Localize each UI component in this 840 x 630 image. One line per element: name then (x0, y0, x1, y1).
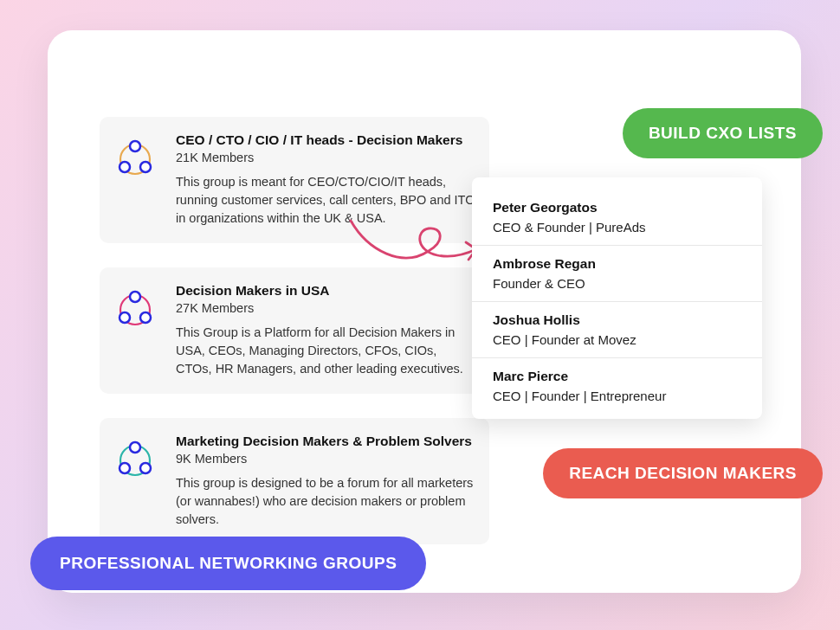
person-name: Marc Pierce (493, 369, 741, 384)
svg-point-11 (140, 463, 151, 473)
group-title: Decision Makers in USA (176, 283, 475, 299)
person-item[interactable]: Marc Pierce CEO | Founder | Entrepreneur (472, 358, 762, 414)
group-title: CEO / CTO / CIO / IT heads - Decision Ma… (176, 132, 475, 148)
reach-decision-button[interactable]: REACH DECISION MAKERS (543, 448, 823, 498)
groups-list: CEO / CTO / CIO / IT heads - Decision Ma… (100, 117, 489, 544)
svg-point-10 (120, 463, 130, 473)
group-item[interactable]: Decision Makers in USA 27K Members This … (100, 267, 489, 394)
svg-point-7 (140, 312, 151, 323)
person-title: Founder & CEO (493, 276, 741, 291)
group-members: 21K Members (176, 151, 475, 164)
build-cxo-button[interactable]: BUILD CXO LISTS (623, 108, 823, 158)
group-icon (113, 437, 157, 480)
person-item[interactable]: Peter Georgatos CEO & Founder | PureAds (472, 190, 762, 246)
group-icon (113, 136, 157, 179)
group-members: 9K Members (176, 452, 475, 466)
svg-point-9 (130, 442, 140, 453)
group-text: Marketing Decision Makers & Problem Solv… (176, 434, 475, 529)
person-title: CEO & Founder | PureAds (493, 220, 741, 235)
person-title: CEO | Founder at Movez (493, 332, 741, 347)
svg-point-3 (140, 162, 151, 172)
group-item[interactable]: CEO / CTO / CIO / IT heads - Decision Ma… (100, 117, 489, 243)
group-description: This group is meant for CEO/CTO/CIO/IT h… (176, 173, 475, 228)
person-name: Ambrose Regan (493, 256, 741, 272)
svg-point-5 (130, 292, 140, 302)
group-text: Decision Makers in USA 27K Members This … (176, 283, 475, 378)
group-item[interactable]: Marketing Decision Makers & Problem Solv… (100, 418, 489, 544)
group-title: Marketing Decision Makers & Problem Solv… (176, 434, 475, 449)
svg-point-2 (120, 162, 130, 172)
group-icon (113, 286, 157, 330)
person-name: Peter Georgatos (493, 200, 741, 215)
person-item[interactable]: Ambrose Regan Founder & CEO (472, 246, 762, 302)
person-title: CEO | Founder | Entrepreneur (493, 389, 741, 403)
person-name: Joshua Hollis (493, 312, 741, 328)
svg-point-1 (130, 141, 140, 151)
group-text: CEO / CTO / CIO / IT heads - Decision Ma… (176, 132, 475, 228)
svg-point-6 (120, 312, 130, 323)
people-panel: Peter Georgatos CEO & Founder | PureAds … (472, 177, 762, 419)
group-description: This group is designed to be a forum for… (176, 474, 475, 529)
group-members: 27K Members (176, 301, 475, 315)
networking-groups-label[interactable]: PROFESSIONAL NETWORKING GROUPS (30, 537, 426, 590)
group-description: This Group is a Platform for all Decisio… (176, 324, 475, 378)
person-item[interactable]: Joshua Hollis CEO | Founder at Movez (472, 302, 762, 358)
